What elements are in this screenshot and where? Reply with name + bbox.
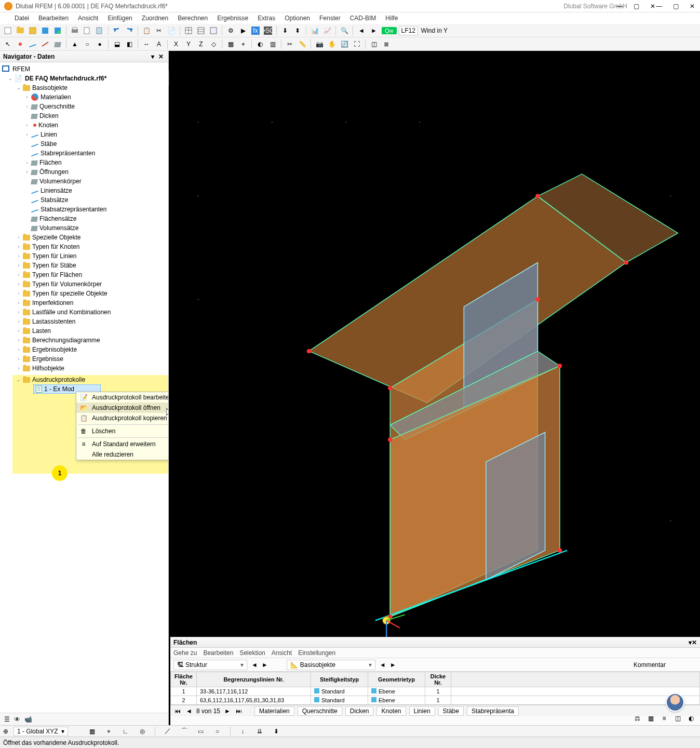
tool-support[interactable]: ▲ <box>69 38 80 50</box>
toggle-icon[interactable]: › <box>24 94 30 100</box>
tool-new[interactable] <box>2 25 14 36</box>
nav-last[interactable]: ⏭ <box>235 707 243 715</box>
tool-wireframe[interactable]: ▥ <box>267 38 278 50</box>
tool-loads[interactable]: ⬇ <box>279 25 291 36</box>
submenu-goto[interactable]: Gehe zu <box>173 649 197 657</box>
tool-measure[interactable]: 📏 <box>297 38 308 50</box>
tool-cam[interactable]: 📷 <box>314 38 325 50</box>
toggle-icon[interactable]: › <box>16 272 22 278</box>
tree-folder-typen-für-stäbe[interactable]: ›Typen für Stäbe <box>0 261 168 270</box>
flaechen-table[interactable]: Fläche Nr. Begrenzungslinien Nr. Steifig… <box>170 672 700 705</box>
tab-linien[interactable]: Linien <box>409 706 435 716</box>
toggle-icon[interactable]: › <box>16 300 22 306</box>
status-scale-icon[interactable]: ⚖ <box>631 713 643 724</box>
tool-save-as[interactable] <box>52 25 63 36</box>
ctx-collapse[interactable]: Alle reduzieren <box>76 449 168 460</box>
toggle-icon[interactable]: › <box>16 234 22 241</box>
tab-stabrepr[interactable]: Stabrepräsenta <box>467 706 519 716</box>
navigator-tree[interactable]: RFEM ⌄ 📄 DE FAQ Mehrfachdruck.rf6* ⌄ Bas… <box>0 62 168 713</box>
tool-redo[interactable] <box>124 25 135 36</box>
tool-print-report[interactable] <box>94 25 105 36</box>
nav-prev[interactable]: ◄ <box>185 707 193 715</box>
coord-system-selector[interactable]: 1 - Global XYZ ▾ <box>14 727 68 736</box>
tool-table2[interactable] <box>195 25 207 36</box>
tool-undo[interactable] <box>111 25 123 36</box>
status-snap-icon[interactable]: ⌖ <box>103 726 115 737</box>
selector-struktur[interactable]: 🏗 Struktur ▾ <box>173 660 247 670</box>
menu-berechnen[interactable]: Berechnen <box>173 14 212 23</box>
tree-item-stabsätze[interactable]: Stabsätze <box>0 195 168 205</box>
menu-bearbeiten[interactable]: Bearbeiten <box>34 14 73 23</box>
tree-item-stabrepräsentanten[interactable]: Stabrepräsentanten <box>0 149 168 158</box>
tree-root[interactable]: RFEM <box>0 64 168 74</box>
panel-close-icon[interactable]: ✕ <box>157 52 165 61</box>
tree-folder-typen-für-volumenkörper[interactable]: ›Typen für Volumenkörper <box>0 279 168 289</box>
tool-chart[interactable]: 📈 <box>321 25 333 36</box>
tree-item-liniensätze[interactable]: Liniensätze <box>0 186 168 195</box>
toggle-icon[interactable]: › <box>16 253 22 259</box>
ctx-delete[interactable]: 🗑 Löschen <box>76 426 168 436</box>
tool-fx[interactable]: fx <box>250 25 261 36</box>
toggle-icon[interactable]: ⌄ <box>7 75 14 82</box>
tree-folder-typen-für-linien[interactable]: ›Typen für Linien <box>0 251 168 261</box>
nav-cube[interactable]: +X -Y <box>169 61 669 725</box>
mdi-minimize-button[interactable]: — <box>612 1 627 11</box>
tool-results[interactable]: 📊 <box>309 25 320 36</box>
tree-folder-hilfsobjekte[interactable]: ›Hilfsobjekte <box>0 364 168 373</box>
tool-line[interactable] <box>27 38 38 50</box>
tool-copy[interactable]: 📋 <box>141 25 152 36</box>
menu-einfuegen[interactable]: Einfügen <box>103 14 136 23</box>
tree-printouts[interactable]: ⌄ Ausdruckprotokolle <box>12 375 168 384</box>
nav-next[interactable]: ► <box>223 707 232 715</box>
nav-camera-icon[interactable]: 📹 <box>24 716 32 723</box>
submenu-view[interactable]: Ansicht <box>272 649 292 657</box>
tool-calc-all[interactable]: ▶ <box>237 25 249 36</box>
tool-prev-lc[interactable]: ◄ <box>356 25 367 36</box>
tree-basis[interactable]: ⌄ Basisobjekte <box>0 83 168 92</box>
3d-viewport[interactable]: z X Y Z +X -Y <box>169 51 700 725</box>
tool-next-lc[interactable]: ► <box>368 25 380 36</box>
toggle-icon[interactable]: › <box>24 159 30 166</box>
tool-surface[interactable] <box>52 38 63 50</box>
tool-layers[interactable]: ≣ <box>381 38 392 50</box>
menu-ergebnisse[interactable]: Ergebnisse <box>213 14 252 23</box>
sel1-prev[interactable]: ◄ <box>251 661 258 669</box>
status-circle-icon[interactable]: ○ <box>212 726 223 737</box>
status-grid-icon[interactable]: ▦ <box>87 726 98 737</box>
tool-view-iso[interactable]: ◇ <box>208 38 219 50</box>
toggle-icon[interactable]: › <box>24 169 30 175</box>
tool-snap[interactable]: ⌖ <box>237 38 249 50</box>
menu-ansicht[interactable]: Ansicht <box>74 14 102 23</box>
tree-item-öffnungen[interactable]: ›Öffnungen <box>0 167 168 177</box>
toggle-icon[interactable]: › <box>24 122 30 128</box>
tool-select[interactable]: ↖ <box>2 38 14 50</box>
status-arc-icon[interactable]: ⌒ <box>179 726 190 737</box>
status-load-icon[interactable]: ↓ <box>237 726 249 737</box>
status-layer-icon[interactable]: ≡ <box>658 713 670 724</box>
mdi-restore-button[interactable]: ▢ <box>628 1 644 11</box>
tool-pan[interactable]: ✋ <box>326 38 338 50</box>
tool-filter[interactable]: 🔍 <box>339 25 350 36</box>
tool-table3[interactable] <box>208 25 219 36</box>
tool-save[interactable] <box>39 25 51 36</box>
tool-material[interactable]: ◧ <box>124 38 135 50</box>
maximize-button[interactable]: ▢ <box>668 1 683 11</box>
toggle-icon[interactable]: ⌄ <box>16 377 22 383</box>
submenu-selection[interactable]: Selektion <box>239 649 265 657</box>
tool-loadcomb[interactable]: ⬍ <box>292 25 303 36</box>
tool-grid[interactable]: ▦ <box>225 38 236 50</box>
tool-section[interactable]: ⬓ <box>111 38 123 50</box>
panel-dropdown-icon[interactable]: ▾ <box>149 52 157 61</box>
tree-item-volumenkörper[interactable]: Volumenkörper <box>0 177 168 186</box>
tool-release[interactable]: ● <box>94 38 105 50</box>
tree-folder-typen-für-spezielle-objekte[interactable]: ›Typen für spezielle Objekte <box>0 289 168 298</box>
tab-dicken[interactable]: Dicken <box>345 706 374 716</box>
tool-view-x[interactable]: X <box>170 38 182 50</box>
tool-calc[interactable]: ⚙ <box>225 25 236 36</box>
tree-folder-spezielle-objekte[interactable]: ›Spezielle Objekte <box>0 233 168 242</box>
tree-folder-lastfälle-und-kombinationen[interactable]: ›Lastfälle und Kombinationen <box>0 308 168 317</box>
tab-querschnitte[interactable]: Querschnitte <box>298 706 342 716</box>
assistant-avatar[interactable] <box>666 693 684 712</box>
toggle-icon[interactable]: › <box>16 356 22 362</box>
menu-fenster[interactable]: Fenster <box>315 14 345 23</box>
